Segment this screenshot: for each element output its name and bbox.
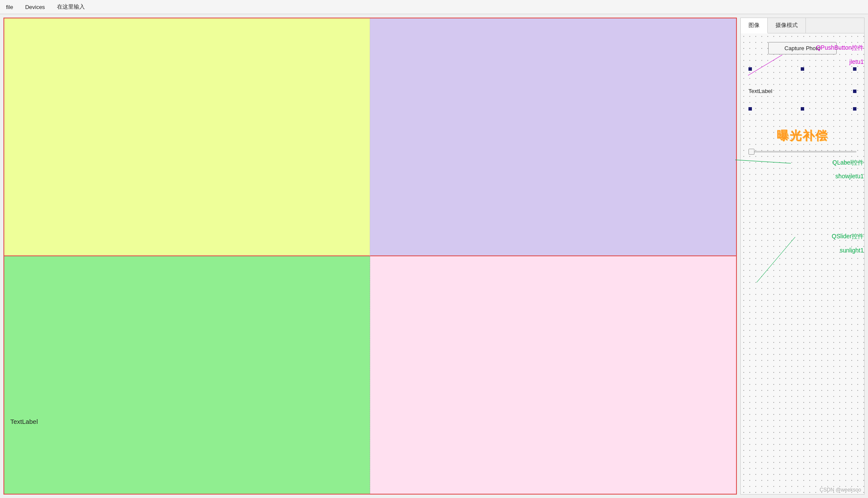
dot-6 — [853, 107, 856, 111]
panel-content: Capture Photo TextLabel 曝光补偿 — [741, 33, 864, 494]
dots-row-1 — [745, 67, 860, 71]
menu-devices[interactable]: Devices — [23, 2, 48, 12]
dot-3 — [853, 67, 856, 71]
menu-file[interactable]: file — [3, 2, 16, 12]
exposure-label: 曝光补偿 — [745, 128, 860, 144]
canvas-area: TextLabel — [3, 18, 737, 495]
menu-input[interactable]: 在这里输入 — [54, 1, 87, 12]
tab-camera[interactable]: 摄像模式 — [768, 18, 806, 33]
text-label-widget: TextLabel — [745, 88, 860, 94]
quadrant-bottom-left: TextLabel — [4, 256, 370, 494]
quadrant-top-left — [4, 18, 370, 256]
dot-2 — [801, 67, 804, 71]
dot-5 — [801, 107, 804, 111]
slider-container — [745, 147, 860, 154]
quadrant-top-right — [370, 18, 736, 256]
dot-4 — [748, 107, 752, 111]
menu-bar: file Devices 在这里输入 — [0, 0, 868, 14]
right-panel: 图像 摄像模式 Capture Photo TextLabel — [740, 18, 865, 495]
text-label-display: TextLabel — [748, 88, 772, 94]
exposure-slider[interactable] — [748, 151, 856, 153]
tab-bar: 图像 摄像模式 — [741, 18, 864, 33]
exposure-section: 曝光补偿 — [745, 128, 860, 154]
dot-side — [853, 90, 856, 93]
tab-image[interactable]: 图像 — [741, 18, 768, 33]
quadrant-bottom-right — [370, 256, 736, 494]
capture-photo-button[interactable]: Capture Photo — [768, 42, 837, 54]
canvas-text-label: TextLabel — [10, 418, 38, 425]
watermark: CSDN @weeksoo — [820, 487, 861, 493]
dot-1 — [748, 67, 752, 71]
dots-row-2 — [745, 107, 860, 111]
main-container: TextLabel 图像 摄像模式 Capture Photo TextLabe… — [0, 14, 868, 498]
